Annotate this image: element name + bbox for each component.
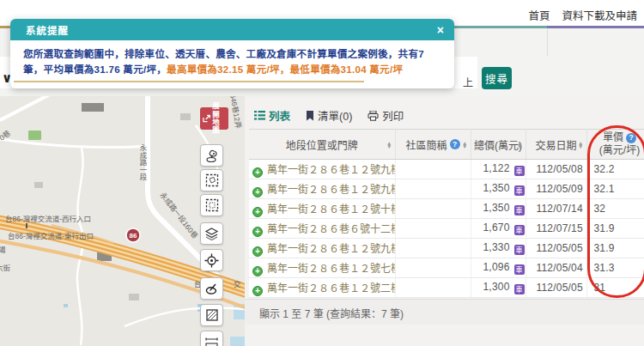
sort-icon[interactable]: ▲▼ — [578, 142, 583, 148]
header-community[interactable]: 社區簡稱? ▲▼ — [395, 130, 471, 160]
community-cell — [395, 239, 471, 258]
drop-pin-button[interactable] — [200, 144, 223, 167]
unit-price-cell: 32.2 — [586, 160, 644, 179]
date-cell: 112/05/05 — [526, 239, 586, 258]
print-button[interactable]: 列印 — [368, 107, 404, 124]
results-panel: 列表 清單(0) 列印 地段位置或門牌 ▲▼ 社區簡稱? — [245, 96, 644, 346]
address-cell[interactable]: +萬年一街２８６巷６號十二樓之1 — [249, 219, 395, 239]
rectangle-select-button[interactable] — [200, 194, 223, 216]
parking-icon: 車 — [514, 205, 525, 215]
community-cell — [395, 199, 471, 219]
expand-row-icon[interactable]: + — [252, 167, 263, 178]
header-total-price[interactable]: 總價(萬元) ▲▼ — [471, 130, 526, 160]
saved-list-button[interactable]: 清單(0) — [306, 107, 352, 124]
svg-text:台86-灣裡交流道-西行入口: 台86-灣裡交流道-西行入口 — [5, 215, 91, 223]
help-icon[interactable]: ? — [450, 139, 460, 149]
table-row: +萬年一街２８６巷１２號九樓之31,122車112/05/0832.2 — [249, 160, 644, 179]
results-table: 地段位置或門牌 ▲▼ 社區簡稱? ▲▼ 總價(萬元) ▲▼ 交易日期 ▲▼ — [249, 129, 644, 298]
dialog-message: 您所選取查詢範圍中，排除車位、透天厝、農舍、工廠及倉庫不計算單價之案例後，共有7… — [10, 40, 454, 78]
bookmark-icon — [306, 111, 314, 121]
expand-row-icon[interactable]: + — [252, 286, 263, 296]
svg-text:台86-灣裡交流道-東行出口: 台86-灣裡交流道-東行出口 — [8, 232, 94, 240]
sort-icon[interactable]: ▲▼ — [517, 142, 522, 148]
list-view-button[interactable]: 列表 — [254, 107, 290, 124]
locate-gps-button[interactable] — [200, 249, 223, 271]
date-cell: 112/05/09 — [526, 179, 586, 199]
total-price-cell: 1,330車 — [471, 239, 526, 258]
total-price-cell: 1,350車 — [471, 179, 526, 199]
date-cell: 112/07/14 — [526, 199, 586, 219]
highway-86-shield: 86 — [126, 228, 140, 242]
header-address[interactable]: 地段位置或門牌 ▲▼ — [249, 130, 395, 160]
svg-text:86: 86 — [130, 232, 137, 240]
parking-icon: 車 — [514, 225, 525, 235]
nav-download-link[interactable]: 資料下載及申請 — [562, 7, 637, 23]
draw-freehand-button[interactable] — [200, 277, 223, 300]
unit-price-cell: 31.9 — [586, 219, 644, 239]
address-cell[interactable]: +萬年一街２８６巷１２號二樓之1 — [249, 278, 395, 298]
community-cell — [395, 219, 471, 239]
community-cell — [395, 258, 471, 278]
expand-row-icon[interactable]: + — [252, 187, 263, 197]
results-tbody: +萬年一街２８６巷１２號九樓之31,122車112/05/0832.2+萬年一街… — [249, 160, 644, 298]
total-price-cell: 1,350車 — [471, 199, 526, 219]
search-button[interactable]: 搜尋 — [482, 67, 512, 89]
table-row: +萬年一街２８６巷１２號十樓之11,350車112/07/1432 — [249, 199, 644, 219]
system-alert-dialog: 系統提醒 × 您所選取查詢範圍中，排除車位、透天厝、農舍、工廠及倉庫不計算單價之… — [10, 19, 454, 88]
expand-row-icon[interactable]: + — [252, 207, 263, 217]
results-toolbar: 列表 清單(0) 列印 — [254, 107, 404, 124]
total-price-cell: 1,300車 — [471, 278, 526, 298]
unit-price-cell: 32 — [586, 199, 644, 219]
printer-icon — [368, 111, 379, 121]
unit-price-cell: 31.3 — [586, 258, 644, 278]
parking-icon: 車 — [514, 185, 525, 196]
table-row: +萬年一街２８６巷６號十二樓之11,670車112/07/1531.9 — [249, 219, 644, 239]
total-price-cell: 1,670車 — [471, 219, 526, 239]
address-cell[interactable]: +萬年一街２８６巷１２號九樓之6 — [249, 179, 395, 199]
measure-button[interactable] — [200, 331, 223, 346]
date-cell: 112/05/04 — [526, 258, 586, 278]
unit-price-cell: 31.9 — [586, 239, 644, 258]
svg-text:交: 交 — [234, 280, 241, 288]
expand-row-icon[interactable]: + — [252, 246, 263, 257]
address-cell[interactable]: +萬年一街２８６巷１２號十樓之1 — [249, 199, 395, 219]
table-row: +萬年一街２８６巷１２號九樓之61,350車112/05/0932.1 — [249, 179, 644, 199]
nav-home-link[interactable]: 首頁 — [528, 7, 550, 23]
table-row: +萬年一街２８６巷１２號七樓之31,096車112/05/0431.3 — [249, 258, 644, 278]
community-cell — [395, 278, 471, 298]
dialog-title: 系統提醒 — [26, 23, 69, 37]
header-date[interactable]: 交易日期 ▲▼ — [526, 130, 586, 160]
date-cell: 112/07/15 — [526, 219, 586, 239]
sort-icon[interactable]: ▲▼ — [386, 142, 392, 148]
parking-icon: 車 — [514, 284, 525, 294]
address-cell[interactable]: +萬年一街２８６巷１２號七樓之3 — [249, 258, 395, 278]
total-price-cell: 1,122車 — [471, 160, 526, 179]
layers-button[interactable] — [200, 222, 223, 245]
table-row: +萬年一街２８６巷１２號二樓之11,300車112/05/0531 — [249, 278, 644, 298]
table-row: +萬年一街２８６巷１２號九樓之11,330車112/05/0531.9 — [249, 239, 644, 258]
community-cell — [395, 160, 471, 179]
list-icon — [254, 111, 265, 120]
expand-map-button[interactable]: 展開 地圖 — [200, 107, 228, 130]
unit-price-cell: 31 — [586, 278, 644, 298]
map-building — [82, 103, 104, 112]
address-cell[interactable]: +萬年一街２８６巷１２號九樓之3 — [249, 160, 395, 179]
expand-row-icon[interactable]: + — [252, 266, 263, 276]
polygon-select-button[interactable] — [200, 169, 223, 191]
date-cell: 112/05/05 — [526, 278, 586, 298]
parking-icon: 車 — [514, 264, 525, 275]
panel-divider — [547, 28, 548, 56]
header-unit-price[interactable]: 單價? (萬元/坪) ▼ — [586, 130, 644, 160]
clear-area-button[interactable] — [200, 304, 223, 326]
address-cell[interactable]: +萬年一街２８６巷１２號九樓之1 — [249, 239, 395, 258]
help-icon[interactable]: ? — [626, 133, 636, 143]
results-count: 顯示 1 至 7 筆 (查詢結果：7 筆) — [245, 299, 644, 325]
map-toolbar — [200, 144, 223, 346]
total-price-cell: 1,096車 — [471, 258, 526, 278]
sort-icon[interactable]: ▲▼ — [462, 142, 467, 148]
close-icon[interactable]: × — [437, 24, 444, 36]
expand-icon — [203, 114, 210, 123]
dialog-underline — [14, 81, 364, 82]
expand-row-icon[interactable]: + — [252, 227, 263, 237]
parking-icon: 車 — [514, 166, 525, 176]
